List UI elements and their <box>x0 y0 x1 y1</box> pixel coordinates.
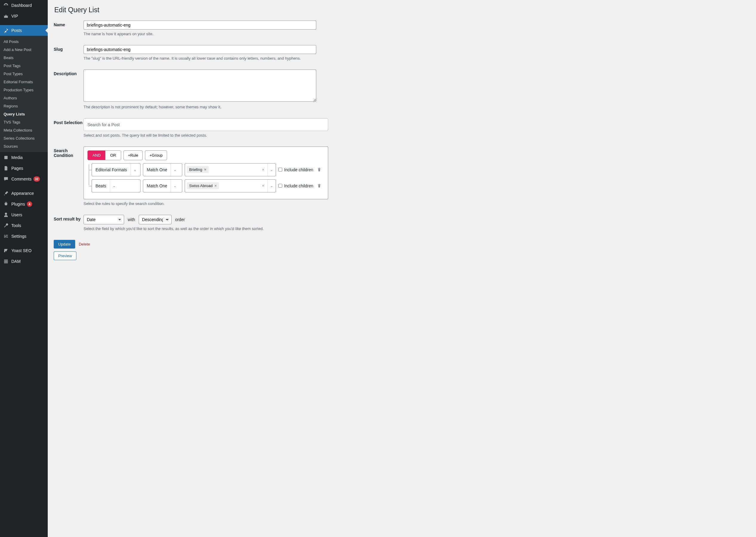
sidebar-item-label: Users <box>11 212 22 217</box>
sidebar-item-media[interactable]: Media <box>0 152 48 163</box>
rule-field-value: Beats <box>92 184 110 188</box>
sidebar-item-plugins[interactable]: Plugins4 <box>0 199 48 209</box>
tag-remove-icon[interactable]: × <box>204 167 206 172</box>
sidebar-subitem-all-posts[interactable]: All Posts <box>0 38 48 46</box>
tag: Swiss Abroad× <box>187 182 219 189</box>
include-children-checkbox[interactable] <box>278 168 282 172</box>
sidebar-item-comments[interactable]: Comments32 <box>0 174 48 185</box>
rule-tags[interactable]: Briefing××⌄ <box>185 163 276 176</box>
add-rule-button[interactable]: +Rule <box>123 150 143 160</box>
rule-row: Editorial Formats⌄Match One⌄Briefing××⌄I… <box>92 163 324 176</box>
page-icon <box>3 165 9 171</box>
post-selection-label: Post Selection <box>54 118 84 138</box>
post-selection-desc: Select and sort posts. The query list wi… <box>84 133 316 138</box>
clear-icon[interactable]: × <box>259 184 267 188</box>
tag-remove-icon[interactable]: × <box>215 184 217 188</box>
rule-op-select[interactable]: Match One⌄ <box>143 179 182 192</box>
sidebar-subitem-production-types[interactable]: Production Types <box>0 86 48 94</box>
sidebar-item-label: Media <box>11 155 23 160</box>
trash-icon[interactable] <box>315 167 323 172</box>
add-group-button[interactable]: +Group <box>145 150 167 160</box>
description-label: Description <box>54 69 84 110</box>
tag-label: Swiss Abroad <box>189 184 213 188</box>
sidebar-item-tools[interactable]: Tools <box>0 220 48 231</box>
pin-icon <box>3 27 9 33</box>
sidebar-item-yoast-seo[interactable]: Yoast SEO <box>0 245 48 256</box>
sidebar-item-posts[interactable]: Posts <box>0 25 48 36</box>
chevron-down-icon: ⌄ <box>171 180 179 192</box>
rule-field-select[interactable]: Beats⌄ <box>92 179 141 192</box>
include-children-label[interactable]: Include children <box>278 184 313 188</box>
description-textarea[interactable] <box>84 69 316 102</box>
sidebar-subitem-meta-collections[interactable]: Meta Collections <box>0 126 48 134</box>
sidebar-subitem-post-tags[interactable]: Post Tags <box>0 62 48 70</box>
rule-op-select[interactable]: Match One⌄ <box>143 163 182 176</box>
slug-label: Slug <box>54 45 84 61</box>
sidebar-item-dashboard[interactable]: Dashboard <box>0 0 48 11</box>
slug-desc: The "slug" is the URL-friendly version o… <box>84 56 316 61</box>
chevron-down-icon: ⌄ <box>110 180 118 192</box>
sidebar-subitem-beats[interactable]: Beats <box>0 54 48 62</box>
rule-tags[interactable]: Swiss Abroad××⌄ <box>185 179 276 192</box>
include-children-label[interactable]: Include children <box>278 167 313 172</box>
user-icon <box>3 212 9 218</box>
sidebar-item-vip[interactable]: VIP <box>0 11 48 21</box>
main-content: Edit Query List Name The name is how it … <box>48 0 756 537</box>
clear-icon[interactable]: × <box>259 167 267 172</box>
sidebar-item-label: DAM <box>11 259 21 264</box>
sort-label: Sort result by <box>54 215 84 231</box>
name-label: Name <box>54 21 84 37</box>
sidebar-item-label: Comments <box>11 177 32 182</box>
sidebar-item-label: Settings <box>11 234 26 239</box>
delete-button[interactable]: Delete <box>79 242 90 246</box>
sidebar-item-dam[interactable]: DAM <box>0 256 48 267</box>
sort-direction-select[interactable]: Descending <box>139 215 172 224</box>
logic-or-button[interactable]: OR <box>105 151 121 160</box>
sort-field-select[interactable]: Date <box>84 215 124 224</box>
rule-field-select[interactable]: Editorial Formats⌄ <box>92 163 141 176</box>
trash-icon[interactable] <box>315 184 323 188</box>
name-input[interactable] <box>84 21 316 29</box>
sidebar-item-label: Posts <box>11 28 22 33</box>
logic-toggle: AND OR <box>87 150 121 160</box>
rule-field-value: Editorial Formats <box>92 167 131 172</box>
sidebar-subitem-post-types[interactable]: Post Types <box>0 70 48 78</box>
sidebar-item-label: Dashboard <box>11 3 32 8</box>
sidebar-item-pages[interactable]: Pages <box>0 163 48 174</box>
sidebar-subitem-authors[interactable]: Authors <box>0 94 48 102</box>
sidebar-item-appearance[interactable]: Appearance <box>0 188 48 199</box>
sidebar-subitem-regions[interactable]: Regions <box>0 102 48 110</box>
sidebar-item-label: VIP <box>11 14 18 19</box>
name-desc: The name is how it appears on your site. <box>84 31 316 37</box>
tag-label: Briefing <box>189 167 202 172</box>
update-button[interactable]: Update <box>54 240 75 249</box>
sidebar-subitem-query-lists[interactable]: Query Lists <box>0 110 48 118</box>
preview-button[interactable]: Preview <box>54 252 76 260</box>
rule-op-value: Match One <box>143 184 171 188</box>
sliders-icon <box>3 233 9 239</box>
dam-icon <box>3 258 9 264</box>
sort-with-text: with <box>128 217 135 222</box>
badge: 4 <box>27 201 32 207</box>
post-selection-search[interactable]: Search for a Post <box>84 118 328 131</box>
chevron-down-icon: ⌄ <box>131 163 139 176</box>
include-children-checkbox[interactable] <box>278 184 282 187</box>
sidebar-subitem-editorial-formats[interactable]: Editorial Formats <box>0 78 48 86</box>
sidebar-subitem-sources[interactable]: Sources <box>0 142 48 150</box>
search-condition-desc: Select the rules to specify the search c… <box>84 201 316 206</box>
sidebar-subitem-tvs-tags[interactable]: TVS Tags <box>0 118 48 126</box>
sidebar-item-users[interactable]: Users <box>0 209 48 220</box>
sidebar-subitem-series-collections[interactable]: Series Collections <box>0 134 48 142</box>
sidebar-item-label: Appearance <box>11 191 34 196</box>
sidebar-submenu: All PostsAdd a New PostBeatsPost TagsPos… <box>0 36 48 152</box>
chevron-down-icon[interactable]: ⌄ <box>267 180 276 192</box>
description-desc: The description is not prominent by defa… <box>84 104 316 110</box>
chevron-down-icon[interactable]: ⌄ <box>267 163 276 176</box>
sidebar-item-label: Tools <box>11 223 21 228</box>
search-condition-label: Search Condition <box>54 146 84 206</box>
logic-and-button[interactable]: AND <box>88 151 105 160</box>
sort-order-text: order <box>175 217 185 222</box>
sidebar-subitem-add-a-new-post[interactable]: Add a New Post <box>0 46 48 54</box>
slug-input[interactable] <box>84 45 316 54</box>
sidebar-item-settings[interactable]: Settings <box>0 231 48 242</box>
